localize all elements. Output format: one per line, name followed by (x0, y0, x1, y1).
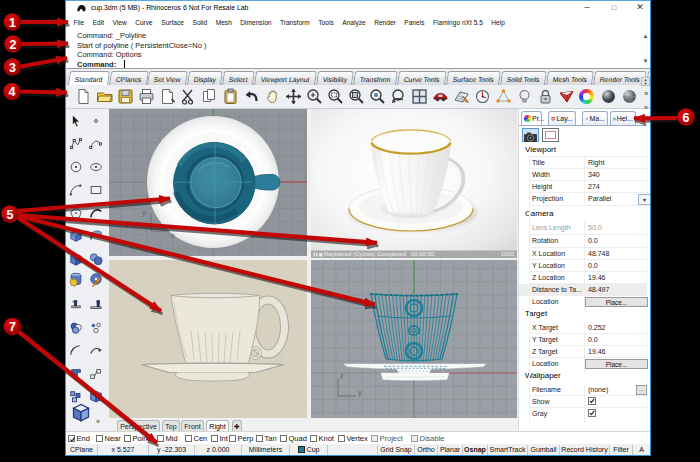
svg-text:Completed: Completed (377, 251, 406, 257)
svg-text:4: 4 (9, 85, 16, 99)
svg-text:3: 3 (9, 61, 16, 75)
svg-text:Raytraced (Cycles): Raytraced (Cycles) (324, 251, 375, 257)
svg-text:1000: 1000 (501, 251, 515, 257)
svg-text:x: x (171, 232, 175, 239)
svg-text:6: 6 (683, 111, 690, 125)
svg-text:y: y (358, 389, 362, 397)
svg-text:y: y (142, 209, 146, 217)
svg-text:1: 1 (9, 16, 16, 30)
svg-text:5: 5 (7, 208, 14, 222)
svg-text:7: 7 (9, 320, 16, 334)
svg-text:00:00:50: 00:00:50 (411, 251, 435, 257)
svg-text:z: z (340, 372, 344, 379)
svg-text:2: 2 (10, 38, 17, 52)
